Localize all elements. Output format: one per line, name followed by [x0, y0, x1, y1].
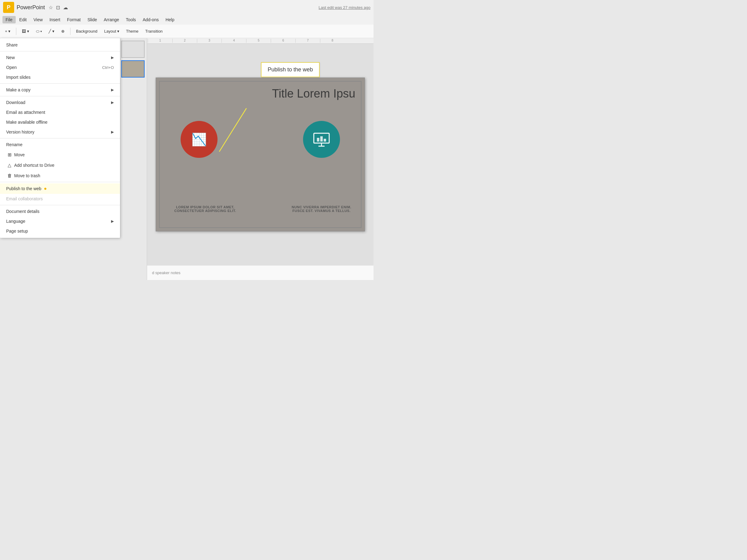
page-setup-menu-item[interactable]: Page setup	[0, 226, 120, 236]
rename-menu-item[interactable]: Rename	[0, 140, 120, 150]
publish-web-label: Publish to the web	[6, 186, 41, 191]
import-slides-menu-item[interactable]: Import slides	[0, 72, 120, 82]
arrow-icon-lang: ▶	[111, 219, 114, 223]
menu-item-help[interactable]: Help	[162, 16, 178, 23]
svg-rect-6	[324, 139, 326, 142]
move-trash-menu-item[interactable]: 🗑 Move to trash	[0, 171, 120, 181]
email-collaborators-label: Email collaborators	[6, 196, 43, 201]
make-offline-label: Make available offline	[6, 120, 47, 125]
page-setup-label: Page setup	[6, 229, 28, 233]
chart-down-icon: 📉	[191, 132, 207, 147]
share-menu-item[interactable]: Share	[0, 40, 120, 50]
slides-panel: 1 2	[120, 38, 147, 280]
trash-icon: 🗑	[6, 173, 13, 178]
menu-item-file[interactable]: File	[2, 16, 16, 23]
menu-item-tools[interactable]: Tools	[123, 16, 139, 23]
download-menu-item[interactable]: Download ▶	[0, 98, 120, 107]
line-button[interactable]: ╱ ▾	[46, 28, 57, 35]
shape-button[interactable]: ⬭ ▾	[33, 28, 45, 35]
arrow-icon-copy: ▶	[111, 88, 114, 92]
open-menu-item[interactable]: Open Ctrl+O	[0, 62, 120, 72]
rename-label: Rename	[6, 142, 23, 147]
document-details-menu-item[interactable]: Document details	[0, 206, 120, 216]
slide-text-left: LOREM IPSUM DOLOR SIT AMET,CONSECTETUER …	[165, 205, 245, 212]
slide-1-thumbnail[interactable]	[121, 41, 145, 58]
open-shortcut: Ctrl+O	[102, 65, 114, 70]
menu-item-insert[interactable]: Insert	[47, 16, 63, 23]
circle-red: 📉	[181, 121, 217, 158]
arrow-icon: ▶	[111, 55, 114, 60]
slide-title: Title Lorem Ipsu	[272, 87, 355, 100]
last-edit-text[interactable]: Last edit was 27 minutes ago	[319, 5, 370, 10]
menu-bar: File Edit View Insert Format Slide Arran…	[0, 15, 374, 25]
add-shortcut-menu-item[interactable]: △ Add shortcut to Drive	[0, 160, 120, 171]
download-label: Download	[6, 100, 25, 105]
arrow-icon-download: ▶	[111, 100, 114, 105]
speaker-notes-text: d speaker notes	[152, 271, 181, 275]
publish-web-menu-item[interactable]: Publish to the web ●	[0, 183, 120, 194]
menu-item-addons[interactable]: Add-ons	[140, 16, 162, 23]
add-shortcut-label: Add shortcut to Drive	[14, 163, 54, 168]
slide-2-thumbnail[interactable]	[121, 60, 145, 78]
image-insert-button[interactable]: 🖼 ▾	[19, 28, 32, 35]
menu-item-view[interactable]: View	[30, 16, 46, 23]
version-history-label: Version history	[6, 130, 34, 134]
folder-icon[interactable]: ⊡	[56, 5, 60, 10]
import-slides-label: Import slides	[6, 75, 30, 80]
presentation-icon	[312, 132, 331, 147]
email-attachment-menu-item[interactable]: Email as attachment	[0, 107, 120, 117]
make-copy-menu-item[interactable]: Make a copy ▶	[0, 85, 120, 95]
star-icon[interactable]: ☆	[49, 5, 53, 10]
drive-icon: △	[6, 162, 13, 168]
move-menu-item[interactable]: ⊞ Move	[0, 150, 120, 160]
slide-content-area: 1 2 3 4 5 6 7 8 Publish to the web T	[147, 38, 374, 280]
version-history-menu-item[interactable]: Version history ▶	[0, 127, 120, 137]
ruler: 1 2 3 4 5 6 7 8	[147, 38, 374, 44]
menu-item-arrange[interactable]: Arrange	[101, 16, 122, 23]
main-area: Share New ▶ Open Ctrl+O Import slides Ma…	[0, 38, 374, 280]
plus-icon-button[interactable]: ⊕	[59, 28, 67, 35]
background-button[interactable]: Background	[74, 28, 100, 35]
svg-rect-5	[320, 136, 323, 142]
open-label: Open	[6, 65, 17, 70]
make-offline-menu-item[interactable]: Make available offline	[0, 117, 120, 127]
email-attachment-label: Email as attachment	[6, 110, 45, 115]
menu-item-slide[interactable]: Slide	[84, 16, 100, 23]
title-bar: P PowerPoint ☆ ⊡ ☁ Last edit was 27 minu…	[0, 0, 374, 15]
title-icons: ☆ ⊡ ☁	[49, 5, 68, 10]
slide-canvas[interactable]: Title Lorem Ipsu 📉 LOREM IPSUM DOL	[156, 78, 365, 231]
speaker-notes[interactable]: d speaker notes	[147, 265, 374, 280]
move-label: Move	[14, 152, 25, 157]
app-icon: P	[3, 2, 14, 13]
layout-button[interactable]: Layout ▾	[102, 28, 122, 35]
move-trash-label: Move to trash	[14, 173, 40, 178]
make-copy-label: Make a copy	[6, 87, 30, 92]
arrow-icon-version: ▶	[111, 130, 114, 134]
theme-button[interactable]: Theme	[124, 28, 141, 35]
move-icon: ⊞	[6, 152, 13, 157]
share-label: Share	[6, 43, 18, 47]
document-details-label: Document details	[6, 209, 40, 214]
circle-teal	[303, 121, 340, 158]
tooltip-box: Publish to the web	[261, 62, 320, 77]
toolbar: + ▾ 🖼 ▾ ⬭ ▾ ╱ ▾ ⊕ Background Layout ▾ Th…	[0, 25, 374, 38]
cloud-icon[interactable]: ☁	[63, 5, 68, 10]
email-collaborators-menu-item[interactable]: Email collaborators	[0, 194, 120, 204]
menu-item-edit[interactable]: Edit	[16, 16, 30, 23]
slide-canvas-wrapper: Publish to the web Title Lorem Ipsu 📉	[147, 44, 374, 265]
svg-rect-4	[317, 138, 319, 142]
app-title: PowerPoint	[17, 4, 45, 11]
new-menu-item[interactable]: New ▶	[0, 53, 120, 62]
add-button[interactable]: + ▾	[2, 28, 13, 35]
language-label: Language	[6, 219, 25, 224]
slide-text-right: NUNC VIVERRA IMPERDIET ENIM.FUSCE EST. V…	[282, 205, 361, 212]
publish-dot: ●	[44, 186, 47, 192]
transition-button[interactable]: Transition	[143, 28, 165, 35]
file-dropdown: Share New ▶ Open Ctrl+O Import slides Ma…	[0, 38, 120, 238]
language-menu-item[interactable]: Language ▶	[0, 216, 120, 226]
tooltip-callout: Publish to the web	[261, 62, 320, 77]
new-label: New	[6, 55, 15, 60]
menu-item-format[interactable]: Format	[64, 16, 84, 23]
